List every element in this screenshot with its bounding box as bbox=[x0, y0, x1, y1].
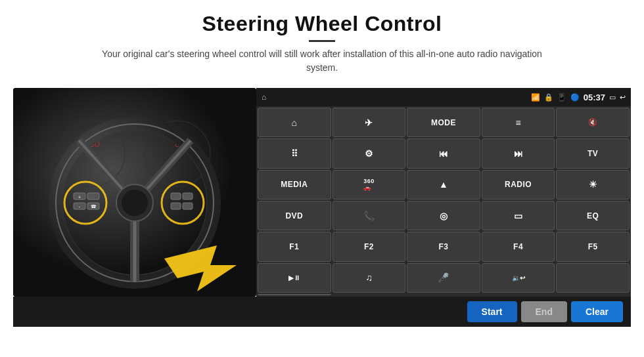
svg-text:+: + bbox=[78, 195, 81, 200]
volphone-button[interactable]: 🔉↩ bbox=[482, 263, 555, 293]
navigate-button[interactable]: ✈ bbox=[333, 108, 406, 137]
svg-rect-27 bbox=[183, 193, 193, 200]
svg-rect-21 bbox=[87, 193, 99, 200]
title-section: Steering Wheel Control Your original car… bbox=[92, 12, 552, 84]
sim-icon: 📱 bbox=[557, 93, 566, 102]
status-right: 📶 🔒 📱 🔵 05:37 ▭ ↩ bbox=[531, 93, 626, 102]
mic-button[interactable]: 🎤 bbox=[407, 263, 480, 293]
f1-button[interactable]: F1 bbox=[258, 232, 331, 261]
brightness-button[interactable]: ☀ bbox=[556, 170, 630, 200]
status-time: 05:37 bbox=[584, 93, 605, 102]
title-divider bbox=[309, 40, 335, 42]
mute-button[interactable]: 🔇 bbox=[556, 108, 630, 137]
content-area: 180 8 + bbox=[13, 88, 631, 297]
status-left: ⌂ bbox=[262, 93, 266, 102]
svg-rect-26 bbox=[171, 203, 181, 209]
empty1-button bbox=[556, 263, 630, 293]
svg-text:☎: ☎ bbox=[91, 204, 97, 209]
page-subtitle: Your original car's steering wheel contr… bbox=[92, 47, 552, 75]
dvd-button[interactable]: DVD bbox=[258, 201, 331, 230]
cast-icon: ▭ bbox=[609, 93, 616, 102]
apps-button[interactable]: ⠿ bbox=[258, 138, 331, 168]
back-icon: ↩ bbox=[620, 93, 626, 102]
svg-rect-25 bbox=[171, 193, 181, 200]
steering-wheel-image: 180 8 + bbox=[13, 88, 256, 297]
home-status-icon: ⌂ bbox=[262, 93, 266, 102]
wifi-icon: 📶 bbox=[531, 93, 540, 102]
svg-rect-28 bbox=[183, 203, 193, 209]
menu-button[interactable]: ≡ bbox=[482, 108, 555, 137]
start-button[interactable]: Start bbox=[467, 301, 517, 322]
radio-button[interactable]: RADIO bbox=[482, 170, 555, 200]
nav2-button[interactable]: ◎ bbox=[407, 201, 480, 230]
end-button[interactable]: End bbox=[521, 301, 567, 322]
screen-button[interactable]: ▭ bbox=[482, 201, 555, 230]
tv-button[interactable]: TV bbox=[556, 138, 630, 168]
control-panel: ⌂ 📶 🔒 📱 🔵 05:37 ▭ ↩ ⌂ ✈ MODE ≡ bbox=[256, 88, 631, 297]
eject-button[interactable]: ▲ bbox=[407, 170, 480, 200]
empty2-button bbox=[258, 294, 331, 295]
prev-button[interactable]: ⏮ bbox=[407, 138, 480, 168]
camera360-button[interactable]: 360🚗 bbox=[333, 170, 406, 200]
f2-button[interactable]: F2 bbox=[333, 232, 406, 261]
f4-button[interactable]: F4 bbox=[482, 232, 555, 261]
mode-button[interactable]: MODE bbox=[407, 108, 480, 137]
button-grid: ⌂ ✈ MODE ≡ 🔇 ⠿ ⚙ ⏮ ⏭ TV MEDIA 360🚗 ▲ RAD… bbox=[256, 106, 631, 297]
next-button[interactable]: ⏭ bbox=[482, 138, 555, 168]
page-title: Steering Wheel Control bbox=[92, 12, 552, 36]
phone-button[interactable]: 📞 bbox=[333, 201, 406, 230]
f5-button[interactable]: F5 bbox=[556, 232, 630, 261]
bt-icon: 🔵 bbox=[570, 93, 580, 102]
eq-button[interactable]: EQ bbox=[556, 201, 630, 230]
clear-button[interactable]: Clear bbox=[571, 301, 623, 322]
lock-icon: 🔒 bbox=[544, 93, 553, 102]
action-bar: Start End Clear bbox=[13, 297, 631, 327]
status-bar: ⌂ 📶 🔒 📱 🔵 05:37 ▭ ↩ bbox=[256, 88, 631, 106]
f3-button[interactable]: F3 bbox=[407, 232, 480, 261]
svg-point-15 bbox=[122, 190, 148, 216]
page-wrapper: Steering Wheel Control Your original car… bbox=[0, 0, 644, 357]
media-button[interactable]: MEDIA bbox=[258, 170, 331, 200]
home-button[interactable]: ⌂ bbox=[258, 108, 331, 137]
music-button[interactable]: ♫ bbox=[333, 263, 406, 293]
playpause-button[interactable]: ▶⏸ bbox=[258, 263, 331, 293]
settings-button[interactable]: ⚙ bbox=[333, 138, 406, 168]
